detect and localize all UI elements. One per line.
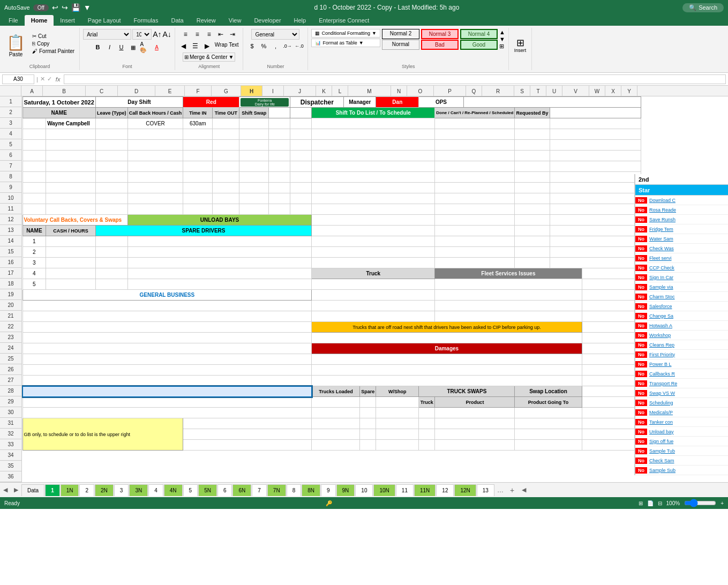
row-num-5[interactable]: 5: [0, 139, 21, 150]
tab-data[interactable]: Data: [164, 15, 190, 26]
tab-formulas[interactable]: Formulas: [127, 15, 165, 26]
align-top-right[interactable]: ≡: [204, 29, 214, 40]
cell-vol1[interactable]: 1: [22, 236, 46, 247]
cell-r3-done[interactable]: [435, 118, 515, 129]
col-Q[interactable]: Q: [466, 86, 482, 96]
row-num-6[interactable]: 6: [0, 150, 21, 161]
cell-r3-todo[interactable]: [312, 118, 435, 129]
col-M[interactable]: M: [348, 86, 391, 96]
cell-timein[interactable]: 630am: [183, 118, 213, 129]
sheet-tab-12[interactable]: 12: [436, 484, 454, 496]
sheet-tab-13[interactable]: 13: [477, 484, 494, 496]
cell-time-in-hdr[interactable]: Time IN: [183, 108, 213, 118]
col-E[interactable]: E: [155, 86, 185, 96]
align-left[interactable]: ◀: [178, 41, 189, 51]
sheet-nav-right[interactable]: ▶: [11, 485, 21, 496]
cell-vol5[interactable]: 5: [22, 279, 46, 290]
rp-link-0[interactable]: Download C: [647, 198, 676, 203]
customize-icon[interactable]: ▼: [84, 3, 91, 12]
font-shrink-icon[interactable]: A↓: [162, 30, 171, 39]
sheet-tab-6[interactable]: 6: [217, 484, 232, 496]
sheet-tab-3[interactable]: 3: [114, 484, 129, 496]
save-icon[interactable]: 💾: [71, 3, 80, 12]
cell-callback-hdr[interactable]: Call Back Hours / Cash: [127, 108, 183, 118]
confirm-edit-icon[interactable]: ✓: [47, 76, 52, 82]
cell-ops[interactable]: OPS: [419, 97, 463, 108]
row-num-17[interactable]: 17: [0, 268, 21, 279]
tab-review[interactable]: Review: [190, 15, 222, 26]
merge-dropdown-icon[interactable]: ▼: [229, 54, 234, 60]
row-num-32[interactable]: 32: [0, 429, 21, 439]
tab-insert[interactable]: Insert: [54, 15, 81, 26]
row-num-14[interactable]: 14: [0, 236, 21, 246]
row-num-34[interactable]: 34: [0, 450, 21, 461]
copy-button[interactable]: ⎘ Copy: [31, 40, 76, 47]
sheet-tab-7n[interactable]: 7N: [267, 484, 286, 496]
row-num-2[interactable]: 2: [0, 107, 21, 118]
sheet-scroll-left[interactable]: ◀: [519, 485, 529, 496]
rp-link-4[interactable]: Water Sam: [647, 236, 673, 242]
sheet-tab-5[interactable]: 5: [183, 484, 198, 496]
col-G[interactable]: G: [212, 86, 241, 96]
comma-button[interactable]: ,: [270, 41, 281, 51]
row-num-20[interactable]: 20: [0, 300, 21, 311]
row-num-23[interactable]: 23: [0, 332, 21, 343]
style-bad[interactable]: Bad: [421, 40, 459, 50]
undo-icon[interactable]: ↩: [52, 3, 58, 12]
underline-button[interactable]: U: [116, 42, 126, 52]
view-normal-icon[interactable]: ⊞: [639, 500, 643, 506]
cell-unload-bays[interactable]: UNLOAD BAYS: [127, 215, 312, 226]
indent-dec[interactable]: ⇤: [215, 29, 226, 40]
rp-link-3[interactable]: Fridge Tem: [647, 227, 673, 232]
col-B[interactable]: B: [43, 86, 86, 96]
border-button[interactable]: ▦: [127, 42, 138, 52]
tab-home[interactable]: Home: [25, 15, 54, 26]
rp-link-14[interactable]: Workshop: [647, 333, 671, 338]
rp-link-6[interactable]: Fleet servi: [647, 256, 672, 261]
cell-vol2[interactable]: 2: [22, 247, 46, 258]
col-H[interactable]: H: [241, 86, 262, 96]
sheet-nav-left[interactable]: ◀: [0, 485, 11, 496]
cell-a30-selected[interactable]: [22, 386, 312, 397]
cell-name-hdr[interactable]: NAME: [22, 108, 95, 118]
cell-manager-label[interactable]: Manager: [344, 97, 376, 108]
col-V[interactable]: V: [562, 86, 589, 96]
cell-name-col[interactable]: NAME: [22, 226, 46, 236]
sheet-tab-6n[interactable]: 6N: [232, 484, 251, 496]
rp-link-15[interactable]: Cleans Rep: [647, 342, 674, 348]
rp-link-7[interactable]: CCP Check: [647, 265, 674, 271]
sheet-tab-2[interactable]: 2: [79, 484, 94, 496]
rp-link-23[interactable]: Tanker con: [647, 419, 673, 425]
sheet-tab-2n[interactable]: 2N: [95, 484, 114, 496]
row-num-1[interactable]: 1: [0, 96, 21, 107]
indent-inc[interactable]: ⇥: [227, 29, 238, 40]
col-O[interactable]: O: [407, 86, 434, 96]
row-num-31[interactable]: 31: [0, 418, 21, 429]
rp-link-21[interactable]: Scheduling: [647, 400, 673, 406]
style-normal3[interactable]: Normal 3: [421, 29, 459, 39]
zoom-plus[interactable]: +: [721, 500, 724, 506]
col-S[interactable]: S: [514, 86, 530, 96]
row-num-35[interactable]: 35: [0, 461, 21, 471]
row-num-7[interactable]: 7: [0, 161, 21, 171]
bold-button[interactable]: B: [92, 42, 103, 52]
row-num-21[interactable]: 21: [0, 311, 21, 321]
search-area[interactable]: 🔍 Search: [682, 3, 724, 12]
style-normal[interactable]: Normal: [382, 40, 419, 50]
row-num-8[interactable]: 8: [0, 171, 21, 182]
format-painter-button[interactable]: 🖌 Format Painter: [31, 48, 76, 55]
cell-reference-input[interactable]: [2, 74, 34, 84]
align-top-center[interactable]: ≡: [192, 29, 202, 40]
cell-wayne[interactable]: Wayne Campbell: [46, 118, 96, 129]
tab-view[interactable]: View: [222, 15, 248, 26]
row-num-24[interactable]: 24: [0, 343, 21, 354]
cell-cash-hours[interactable]: CASH / HOURS: [46, 226, 96, 236]
rp-link-5[interactable]: Check Was: [647, 246, 674, 251]
col-N[interactable]: N: [391, 86, 407, 96]
row-num-28[interactable]: 28: [0, 386, 21, 396]
cell-vol4[interactable]: 4: [22, 268, 46, 279]
cell-leave-type[interactable]: Leave (Type): [95, 108, 127, 118]
row-num-27[interactable]: 27: [0, 375, 21, 386]
wrap-text-button[interactable]: Wrap Text: [214, 41, 240, 51]
cell-shift-color[interactable]: Red: [183, 97, 239, 108]
